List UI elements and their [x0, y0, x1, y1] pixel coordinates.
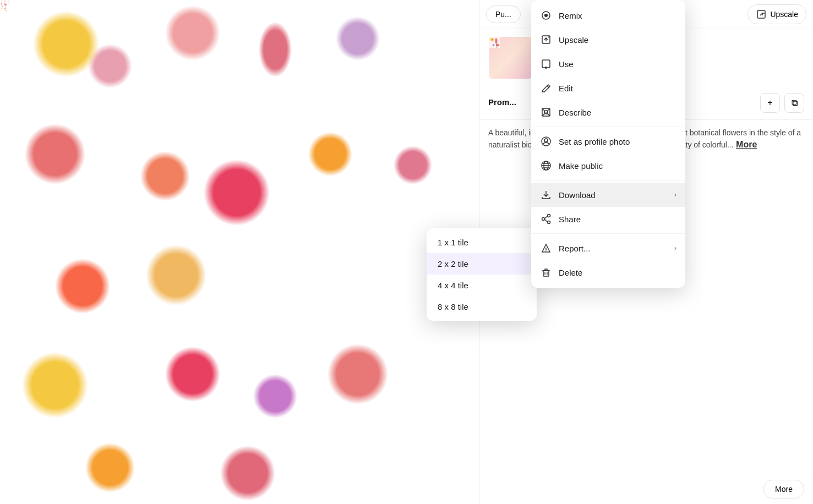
floral-background — [0, 0, 479, 504]
upscale-menu-icon — [540, 34, 552, 46]
svg-rect-160 — [543, 271, 549, 276]
more-link[interactable]: More — [736, 140, 757, 149]
svg-point-153 — [548, 221, 550, 224]
download-chevron: › — [674, 191, 676, 199]
floral-svg — [0, 0, 11, 11]
svg-point-114 — [495, 39, 498, 44]
menu-item-share[interactable]: Share — [531, 207, 685, 231]
svg-point-83 — [4, 9, 5, 9]
svg-rect-138 — [542, 60, 550, 68]
svg-point-146 — [544, 139, 548, 142]
context-menu: Remix Upscale Use — [531, 0, 685, 288]
menu-item-remix[interactable]: Remix — [531, 3, 685, 28]
share-icon — [540, 213, 552, 225]
svg-point-152 — [548, 215, 550, 217]
publish-button[interactable]: Pu... — [486, 6, 521, 23]
svg-point-71 — [2, 8, 2, 9]
menu-label-use: Use — [559, 59, 676, 69]
remix-icon — [540, 9, 552, 21]
svg-point-86 — [4, 8, 5, 9]
svg-point-135 — [545, 14, 547, 17]
upscale-label: Upscale — [770, 10, 798, 19]
menu-item-report[interactable]: Report... › — [531, 236, 685, 260]
download-icon — [540, 189, 552, 201]
public-icon — [540, 160, 552, 172]
menu-label-upscale: Upscale — [559, 35, 676, 45]
svg-point-69 — [3, 6, 3, 7]
upscale-chip[interactable]: Upscale — [747, 4, 806, 24]
prompt-label: Prom... — [488, 97, 516, 107]
menu-item-make-public[interactable]: Make public — [531, 154, 685, 178]
menu-label-edit: Edit — [559, 84, 676, 93]
profile-icon — [540, 135, 552, 147]
menu-item-download[interactable]: Download › — [531, 183, 685, 207]
add-button[interactable]: + — [760, 93, 780, 113]
svg-point-113 — [492, 39, 493, 41]
more-button[interactable]: More — [763, 480, 804, 498]
thumb-floral-inner — [489, 37, 531, 79]
bottom-bar: More — [479, 474, 813, 504]
svg-line-155 — [545, 220, 548, 222]
svg-line-141 — [547, 86, 549, 87]
menu-item-upscale[interactable]: Upscale — [531, 28, 685, 52]
svg-point-94 — [6, 10, 7, 10]
tile-4x4[interactable]: 4 x 4 tile — [427, 275, 537, 296]
menu-label-share: Share — [559, 215, 676, 224]
svg-line-156 — [545, 216, 548, 218]
use-icon — [540, 58, 552, 70]
svg-point-2 — [2, 1, 2, 1]
separator-2 — [531, 180, 685, 180]
report-chevron: › — [674, 244, 676, 252]
menu-item-edit[interactable]: Edit — [531, 76, 685, 100]
menu-label-delete: Delete — [559, 268, 676, 277]
report-icon — [540, 242, 552, 254]
tile-submenu: 1 x 1 tile 2 x 2 tile 4 x 4 tile 8 x 8 t… — [427, 228, 537, 321]
svg-point-115 — [496, 44, 499, 47]
tile-8x8[interactable]: 8 x 8 tile — [427, 296, 537, 317]
upscale-icon — [756, 9, 767, 20]
delete-icon — [540, 266, 552, 278]
menu-item-set-profile[interactable]: Set as profile photo — [531, 129, 685, 154]
thumbnail-1[interactable] — [488, 36, 532, 80]
menu-label-remix: Remix — [559, 11, 676, 20]
svg-point-30 — [1, 3, 2, 4]
copy-button[interactable]: ⧉ — [784, 93, 804, 113]
tile-2x2[interactable]: 2 x 2 tile — [427, 253, 537, 275]
separator-3 — [531, 233, 685, 234]
svg-point-64 — [3, 6, 3, 6]
menu-label-report: Report... — [559, 244, 668, 253]
edit-icon — [540, 82, 552, 94]
svg-point-36 — [1, 3, 2, 4]
tile-1x1[interactable]: 1 x 1 tile — [427, 232, 537, 253]
separator-1 — [531, 127, 685, 127]
svg-point-144 — [545, 112, 547, 113]
menu-item-describe[interactable]: Describe — [531, 100, 685, 124]
svg-point-116 — [493, 44, 495, 46]
menu-item-use[interactable]: Use — [531, 52, 685, 76]
menu-label-set-profile: Set as profile photo — [559, 137, 676, 146]
describe-icon — [540, 106, 552, 118]
svg-point-80 — [4, 8, 5, 8]
menu-label-make-public: Make public — [559, 161, 676, 171]
menu-item-delete[interactable]: Delete — [531, 260, 685, 284]
menu-label-describe: Describe — [559, 108, 676, 117]
svg-point-159 — [545, 250, 547, 251]
main-image — [0, 0, 479, 504]
menu-label-download: Download — [559, 190, 668, 200]
action-buttons: + ⧉ — [760, 93, 804, 113]
svg-point-154 — [542, 218, 545, 221]
